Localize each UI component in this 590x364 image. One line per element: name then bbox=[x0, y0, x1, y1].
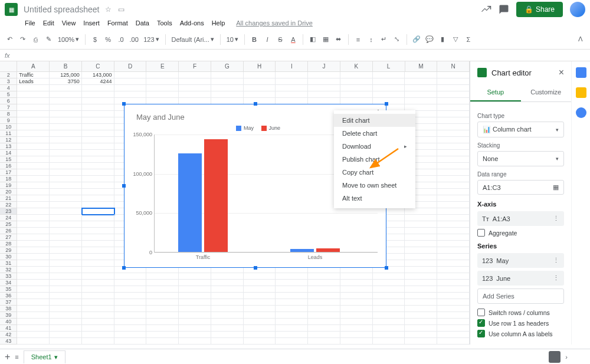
cell[interactable] bbox=[17, 241, 50, 247]
cell[interactable] bbox=[437, 85, 470, 91]
ctx-alt-text[interactable]: Alt text bbox=[334, 192, 415, 205]
cell[interactable] bbox=[50, 319, 82, 325]
valign-button[interactable]: ↕ bbox=[366, 35, 376, 44]
cell[interactable] bbox=[146, 293, 179, 299]
cell[interactable] bbox=[437, 241, 470, 247]
cell[interactable] bbox=[437, 286, 470, 293]
col-header[interactable]: B bbox=[50, 61, 82, 72]
menu-tools[interactable]: Tools bbox=[157, 19, 172, 27]
aggregate-checkbox[interactable]: Aggregate bbox=[477, 229, 564, 237]
cell[interactable] bbox=[82, 98, 114, 104]
cell[interactable] bbox=[244, 72, 276, 78]
cell[interactable] bbox=[405, 215, 437, 221]
cell[interactable] bbox=[82, 312, 114, 319]
cell[interactable] bbox=[82, 221, 114, 228]
ctx-download[interactable]: Download▸ bbox=[334, 140, 415, 153]
cell[interactable] bbox=[82, 234, 114, 241]
menu-insert[interactable]: Insert bbox=[83, 19, 100, 27]
cell[interactable] bbox=[17, 117, 50, 124]
sheet-grid[interactable]: ABCDEFGHIJKLMN2Traffic125,000143,0003Lea… bbox=[0, 61, 470, 345]
cell[interactable] bbox=[340, 319, 373, 325]
cell[interactable] bbox=[17, 195, 50, 202]
cell[interactable] bbox=[405, 228, 437, 234]
cell[interactable] bbox=[114, 312, 147, 319]
cell[interactable] bbox=[179, 319, 211, 325]
cell[interactable] bbox=[211, 91, 244, 98]
cell[interactable] bbox=[211, 280, 244, 286]
cell[interactable] bbox=[437, 78, 470, 85]
cell[interactable] bbox=[437, 98, 470, 104]
tab-customize[interactable]: Customize bbox=[521, 84, 572, 101]
cell[interactable] bbox=[50, 215, 82, 221]
cell[interactable] bbox=[405, 299, 437, 306]
cell[interactable]: 143,000 bbox=[82, 72, 114, 78]
row-header[interactable]: 23 bbox=[0, 208, 17, 215]
cell[interactable] bbox=[179, 280, 211, 286]
cell[interactable] bbox=[114, 286, 147, 293]
cell[interactable] bbox=[437, 215, 470, 221]
cell[interactable] bbox=[340, 78, 373, 85]
menu-edit[interactable]: Edit bbox=[43, 19, 54, 27]
menu-addons[interactable]: Add-ons bbox=[180, 19, 204, 27]
cell[interactable] bbox=[244, 332, 276, 338]
cell[interactable] bbox=[244, 325, 276, 332]
ctx-publish-chart[interactable]: Publish chart bbox=[334, 153, 415, 166]
cell[interactable] bbox=[373, 299, 405, 306]
chart-type-select[interactable]: 📊 Column chart▾ bbox=[477, 122, 564, 137]
cell[interactable] bbox=[50, 293, 82, 299]
row-header[interactable]: 39 bbox=[0, 312, 17, 319]
cell[interactable] bbox=[437, 137, 470, 143]
cell[interactable] bbox=[82, 241, 114, 247]
redo-icon[interactable]: ↷ bbox=[18, 35, 27, 44]
col-header[interactable]: N bbox=[437, 61, 470, 72]
cell[interactable] bbox=[146, 72, 179, 78]
cell[interactable] bbox=[179, 306, 211, 312]
row-header[interactable]: 19 bbox=[0, 182, 17, 189]
cell[interactable] bbox=[146, 85, 179, 91]
cell[interactable] bbox=[17, 312, 50, 319]
cell[interactable] bbox=[340, 72, 373, 78]
cell[interactable] bbox=[437, 150, 470, 156]
data-range-input[interactable]: A1:C3▦ bbox=[477, 180, 564, 195]
cell[interactable] bbox=[276, 306, 308, 312]
row-header[interactable]: 16 bbox=[0, 163, 17, 169]
cell[interactable] bbox=[50, 254, 82, 260]
cell[interactable] bbox=[17, 104, 50, 111]
print-icon[interactable]: ⎙ bbox=[31, 35, 40, 44]
cell[interactable] bbox=[244, 338, 276, 345]
cell[interactable] bbox=[50, 195, 82, 202]
cell[interactable] bbox=[17, 111, 50, 117]
cell[interactable] bbox=[437, 293, 470, 299]
cell[interactable]: 3750 bbox=[50, 78, 82, 85]
cell[interactable] bbox=[17, 299, 50, 306]
cell[interactable] bbox=[308, 293, 340, 299]
cell[interactable] bbox=[114, 273, 147, 280]
cell[interactable] bbox=[50, 312, 82, 319]
cell[interactable] bbox=[244, 299, 276, 306]
row-header[interactable]: 25 bbox=[0, 221, 17, 228]
cell[interactable] bbox=[50, 260, 82, 267]
cell[interactable] bbox=[17, 267, 50, 273]
cell[interactable] bbox=[146, 78, 179, 85]
cell[interactable] bbox=[179, 312, 211, 319]
cell[interactable] bbox=[82, 228, 114, 234]
cell[interactable] bbox=[17, 189, 50, 195]
cell[interactable] bbox=[114, 338, 147, 345]
decrease-decimal-button[interactable]: .0 bbox=[116, 35, 126, 44]
cell[interactable] bbox=[405, 234, 437, 241]
cell[interactable] bbox=[437, 208, 470, 215]
row-header[interactable]: 15 bbox=[0, 156, 17, 163]
sheets-logo-icon[interactable]: ▦ bbox=[5, 3, 18, 16]
cell[interactable] bbox=[179, 293, 211, 299]
cell[interactable] bbox=[405, 306, 437, 312]
cell[interactable] bbox=[211, 72, 244, 78]
ctx-delete-chart[interactable]: Delete chart bbox=[334, 127, 415, 140]
cell[interactable] bbox=[437, 228, 470, 234]
use-colA-checkbox[interactable]: Use column A as labels bbox=[477, 330, 564, 337]
cell[interactable] bbox=[340, 299, 373, 306]
col-header[interactable]: F bbox=[179, 61, 211, 72]
zoom-select[interactable]: 100%▾ bbox=[57, 35, 80, 43]
series-chip-may[interactable]: 123May⋮ bbox=[477, 253, 564, 268]
cell[interactable] bbox=[437, 267, 470, 273]
cell[interactable] bbox=[308, 325, 340, 332]
